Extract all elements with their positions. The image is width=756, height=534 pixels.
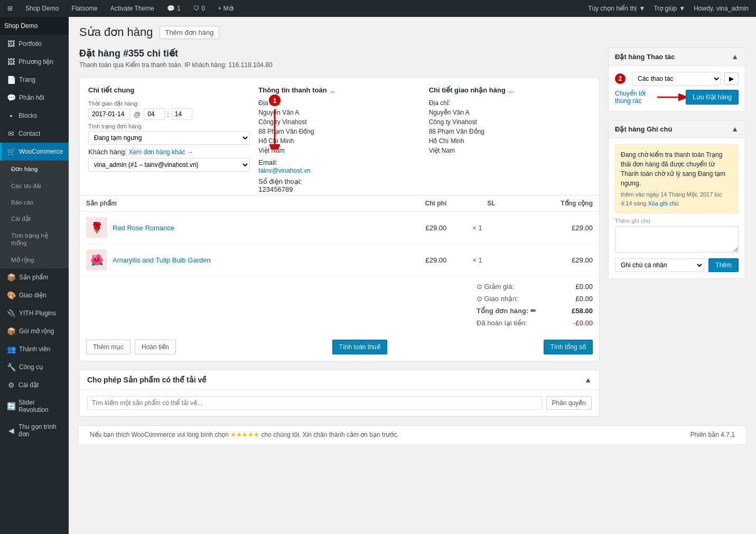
sidebar-label-portfolio: Portfolio xyxy=(18,40,42,48)
sidebar-item-san-pham[interactable]: 📦 Sản phẩm xyxy=(0,268,69,286)
download-header[interactable]: Cho phép Sản phẩm có thể tải về ▲ xyxy=(80,370,599,390)
sidebar-item-cac-uu-dai[interactable]: Các ưu đãi xyxy=(0,177,69,194)
date-input[interactable] xyxy=(88,108,130,120)
hoan-tien-button[interactable]: Hoàn tiền xyxy=(135,340,176,354)
shipping-address: Địa chỉ: Nguyễn Văn A Công ty Vinahost 8… xyxy=(429,98,591,155)
phone-label: Số điện thoại: xyxy=(258,177,302,185)
sidebar-item-cai-dat2[interactable]: ⚙ Cài đặt xyxy=(0,376,69,394)
xoa-ghi-chu-link[interactable]: Xóa ghi chú xyxy=(648,200,678,207)
sidebar-item-contact[interactable]: ✉ Contact xyxy=(0,125,69,143)
sidebar-label-giao-dien: Giao diện xyxy=(19,292,46,299)
minute-input[interactable] xyxy=(171,108,192,120)
chuyen-link[interactable]: Chuyển tới thùng rác xyxy=(615,90,657,105)
shipping-company: Công ty Vinahost xyxy=(429,117,591,127)
download-search-row: Phân quyền xyxy=(87,396,592,410)
action-arrow-button[interactable]: ▶ xyxy=(724,72,739,85)
tro-giup-arrow-icon: ▼ xyxy=(679,5,685,12)
action-type-select[interactable]: Các thao tác xyxy=(632,72,721,86)
sidebar-label-don-hang: Đơn hàng xyxy=(11,165,38,173)
note-content: Đang chờ kiểm tra thanh toán Trạng thái … xyxy=(621,150,733,188)
sidebar-item-mo-rong[interactable]: Mở rộng xyxy=(0,251,69,268)
tinh-tong-button[interactable]: Tính tổng số xyxy=(544,340,593,354)
billing-edit-icon[interactable]: ✏ xyxy=(330,89,335,96)
sidebar-item-thanh-vien[interactable]: 👥 Thành viên xyxy=(0,340,69,358)
product-link-2[interactable]: Amaryllis and Tulip Bulb Garden xyxy=(113,256,211,264)
discount-value: £0.00 xyxy=(550,283,593,291)
pages-icon: 📄 xyxy=(7,76,16,84)
hour-input[interactable] xyxy=(144,108,165,120)
billing-email-row: Email: tainv@vinahost.vn xyxy=(258,158,420,174)
order-detail-subtitle: Thanh toán qua Kiểm tra thanh toán. IP k… xyxy=(79,61,600,69)
wp-logo-item[interactable]: ⊞ xyxy=(4,0,16,17)
actions-collapse-icon[interactable]: ▲ xyxy=(731,52,739,61)
sidebar-item-slider[interactable]: 🔄 Slider Revolution xyxy=(0,394,69,418)
annotation-arrow-svg xyxy=(657,92,684,102)
customer-label: Khách hàng: xyxy=(88,148,127,156)
products-table-header: Sản phẩm Chi phí SL Tổng cộng xyxy=(80,195,599,212)
note-date: thêm vào ngày 14 Tháng Một, 2017 lúc 4:1… xyxy=(621,190,733,208)
tro-giup-item[interactable]: Trợ giúp ▼ xyxy=(650,0,688,17)
sidebar-item-tinh-trang[interactable]: Tình trạng hệ thống xyxy=(0,227,69,251)
activate-theme-label: Activate Theme xyxy=(110,5,154,12)
sidebar-item-yith[interactable]: 🔌 YITH Plugins xyxy=(0,304,69,322)
download-search-input[interactable] xyxy=(87,396,542,410)
product-link-1[interactable]: Red Rose Romance xyxy=(113,224,174,232)
sidebar-item-giao-dien[interactable]: 🎨 Giao diện xyxy=(0,286,69,304)
sidebar-label-yith: YITH Plugins xyxy=(19,310,56,317)
activate-theme-item[interactable]: Activate Theme xyxy=(107,0,157,17)
goi-icon: 📦 xyxy=(7,327,16,335)
shipping-country: Việt Nam xyxy=(429,146,591,155)
sidebar-label-thu-gon: Thu gọn trình đơn xyxy=(18,423,63,438)
view-orders-link[interactable]: Xem đơn hàng khác → xyxy=(129,148,193,156)
add-note-section: Thêm ghi chú Ghi chú cá nhân Thêm xyxy=(615,218,739,272)
sidebar-item-thu-gon[interactable]: ◀ Thu gọn trình đơn xyxy=(0,418,69,443)
them-muc-button[interactable]: Thêm mục xyxy=(86,340,130,354)
sidebar-item-phan-hoi[interactable]: 💬 Phản hồi xyxy=(0,89,69,107)
content-grid: Đặt hàng #355 chi tiết Thanh toán qua Ki… xyxy=(79,48,745,425)
comments-item[interactable]: 💬 1 xyxy=(164,0,184,17)
sidebar-item-blocks[interactable]: ▪ Blocks xyxy=(0,107,69,125)
luu-button[interactable]: Lưu Đặt hàng xyxy=(686,90,739,105)
col-tong-cong: Tổng cộng xyxy=(502,195,599,212)
download-collapse-icon[interactable]: ▲ xyxy=(584,376,592,384)
comment-icon: 💬 xyxy=(167,5,175,12)
phan-quyen-button[interactable]: Phân quyền xyxy=(546,396,592,410)
product-total-1: £29.00 xyxy=(502,212,599,244)
sidebar-item-cai-dat[interactable]: Cài đặt xyxy=(0,210,69,227)
sidebar-item-bao-cao[interactable]: Báo cáo xyxy=(0,194,69,210)
flatsome-item[interactable]: Flatsome xyxy=(68,0,100,17)
edit-total-icon[interactable]: ✏ xyxy=(530,307,536,315)
status-select[interactable]: Đang chờ xử lý Đang xử lý Đang tạm ngưng… xyxy=(88,131,250,145)
note-type-select[interactable]: Ghi chú cá nhân xyxy=(615,258,704,272)
sidebar-item-trang[interactable]: 📄 Trang xyxy=(0,71,69,89)
sidebar-item-portfolio[interactable]: 🖼 Portfolio xyxy=(0,35,69,53)
tuy-chon-hien-thi-item[interactable]: Tùy chọn hiển thị ▼ xyxy=(585,0,648,17)
sidebar-item-phuong-tien[interactable]: 🖼 Phương tiện xyxy=(0,53,69,71)
shop-demo-item[interactable]: Shop Demo xyxy=(22,0,62,17)
responses-item[interactable]: 🗨 0 xyxy=(190,0,209,17)
customer-select[interactable]: vina_admin (#1 – tainv@vinahost.vn) xyxy=(88,158,250,172)
sidebar-item-cong-cu[interactable]: 🔧 Công cụ xyxy=(0,358,69,376)
howdy-item[interactable]: Howdy, vina_admin xyxy=(690,0,752,17)
sidebar-label-blocks: Blocks xyxy=(18,112,37,119)
colon-symbol: : xyxy=(167,110,169,118)
notes-collapse-icon[interactable]: ▲ xyxy=(731,125,739,133)
them-note-button[interactable]: Thêm xyxy=(708,258,739,272)
add-order-button[interactable]: Thêm đơn hàng xyxy=(160,26,220,39)
tinh-thue-button[interactable]: Tính toán thuế xyxy=(332,340,387,354)
billing-phone-row: Số điện thoại: 123456789 xyxy=(258,177,420,193)
flatsome-label: Flatsome xyxy=(71,5,97,12)
sidebar-item-don-hang[interactable]: Đơn hàng xyxy=(0,161,69,177)
new-item[interactable]: + Mới xyxy=(214,0,237,17)
shipping-edit-icon[interactable]: ✏ xyxy=(509,89,514,96)
sidebar-item-woocommerce[interactable]: 🛒 WooCommerce xyxy=(0,143,69,161)
media-icon: 🖼 xyxy=(7,58,15,66)
notes-card-header: Đặt hàng Ghi chú ▲ xyxy=(609,120,745,138)
sidebar-label-cac-uu-dai: Các ưu đãi xyxy=(11,182,41,190)
billing-email-link[interactable]: tainv@vinahost.vn xyxy=(258,167,310,174)
sidebar-label-tinh-trang: Tình trạng hệ thống xyxy=(11,232,63,247)
sidebar-item-goi-mo-rong[interactable]: 📦 Gói mở rộng xyxy=(0,322,69,340)
side-col: Đặt hàng Thao tác ▲ 2 Các thao tác ▶ xyxy=(608,48,745,425)
sidebar-label-cai-dat: Cài đặt xyxy=(11,215,31,222)
note-textarea[interactable] xyxy=(615,226,739,252)
